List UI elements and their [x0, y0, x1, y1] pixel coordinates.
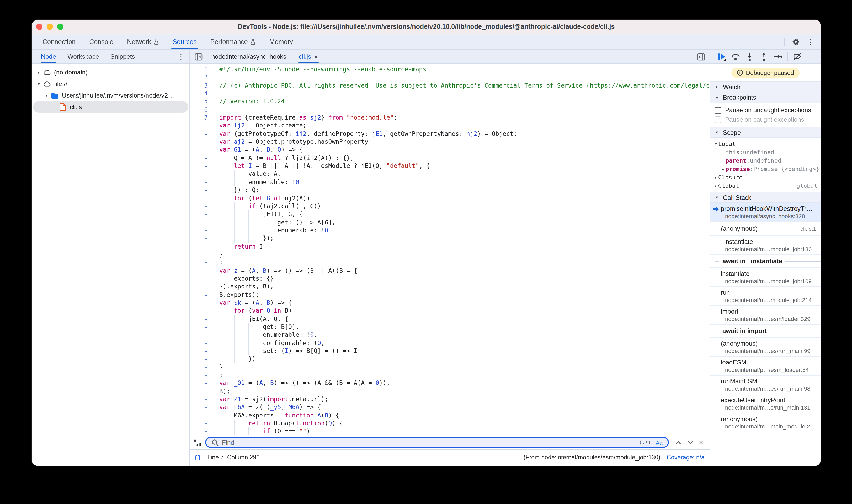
scope-section-header[interactable]: ▾ Scope: [710, 127, 820, 138]
match-case-toggle-icon[interactable]: Aa: [656, 439, 662, 446]
line-number[interactable]: -: [190, 275, 213, 283]
line-number[interactable]: -: [190, 146, 213, 154]
code-line[interactable]: - enumerable: !0,: [190, 331, 710, 339]
call-stack-frame[interactable]: (anonymous)node:internal/m…main_module:2: [710, 413, 820, 432]
line-number[interactable]: -: [190, 412, 213, 420]
watch-section-header[interactable]: ▸ Watch: [710, 81, 820, 92]
disclosure-triangle-icon[interactable]: ▾: [713, 141, 718, 146]
code-line[interactable]: -var Z1 = sj2(import.meta.url);: [190, 395, 710, 403]
line-number[interactable]: -: [190, 202, 213, 211]
zoom-window-button[interactable]: [57, 23, 64, 30]
code-line[interactable]: 7import {createRequire as sj2} from "nod…: [190, 114, 710, 122]
code-line[interactable]: - if (!aj2.call(I, G)): [190, 202, 710, 211]
line-number[interactable]: 6: [190, 106, 213, 114]
tree-item-users-jinhuilee-nvm-versions-node-v2-[interactable]: ▾Users/jinhuilee/.nvm/versions/node/v2…: [32, 90, 190, 101]
find-previous-icon[interactable]: [674, 439, 682, 446]
line-number[interactable]: -: [190, 186, 213, 194]
code-line[interactable]: -var $k = (A, B) => {: [190, 299, 710, 307]
line-number[interactable]: -: [190, 379, 213, 388]
scope-group-local[interactable]: ▾Local: [710, 140, 820, 148]
disclosure-triangle-icon[interactable]: ▸: [721, 166, 726, 171]
line-number[interactable]: 5: [190, 98, 213, 106]
navigator-more-icon[interactable]: ⋮: [177, 50, 190, 64]
code-line[interactable]: -var L6A = z( (_y5, M6A) => {: [190, 403, 710, 412]
code-line[interactable]: -var G1 = (A, B, Q) => {: [190, 146, 710, 154]
code-line[interactable]: - set: (I) => B[Q] = () => I: [190, 347, 710, 355]
line-number[interactable]: -: [190, 291, 213, 299]
call-stack-frame[interactable]: runnode:internal/m…module_job:214: [710, 287, 820, 306]
line-number[interactable]: -: [190, 307, 213, 315]
step-out-icon[interactable]: [759, 51, 769, 62]
code-line[interactable]: - return I: [190, 242, 710, 251]
line-number[interactable]: -: [190, 234, 213, 242]
line-number[interactable]: -: [190, 138, 213, 146]
tab-connection[interactable]: Connection: [36, 34, 83, 49]
find-mode-icon[interactable]: A ↳B: [194, 439, 203, 446]
hide-navigator-icon[interactable]: [193, 51, 204, 62]
code-line[interactable]: - Q = A != null ? lj2(ij2(A)) : {};: [190, 154, 710, 162]
line-number[interactable]: -: [190, 347, 213, 355]
line-number[interactable]: -: [190, 403, 213, 412]
code-line[interactable]: - get: B[Q],: [190, 323, 710, 331]
line-number[interactable]: -: [190, 283, 213, 291]
scope-group-closure[interactable]: ▸Closure: [710, 173, 820, 181]
editor-tab-cli-js[interactable]: cli.js×: [293, 50, 324, 64]
find-next-icon[interactable]: [687, 439, 694, 446]
call-stack-frame[interactable]: promiseInitHookWithDestroyTr…node:intern…: [710, 203, 820, 222]
code-line[interactable]: - for (var Q in B): [190, 307, 710, 315]
code-line[interactable]: -B.exports);: [190, 291, 710, 299]
code-line[interactable]: 3// (c) Anthropic PBC. All rights reserv…: [190, 82, 710, 90]
code-line[interactable]: -;: [190, 259, 710, 267]
line-number[interactable]: -: [190, 428, 213, 435]
code-line[interactable]: - }): [190, 355, 710, 363]
code-line[interactable]: - let I = B || !A || !A.__esModule ? jE1…: [190, 162, 710, 170]
tree-item-file-[interactable]: ▾file://: [32, 78, 190, 90]
line-number[interactable]: 1: [190, 66, 213, 74]
tab-sources[interactable]: Sources: [166, 34, 203, 49]
code-line[interactable]: 4: [190, 90, 710, 98]
code-line[interactable]: - enumerable: !0: [190, 227, 710, 235]
line-number[interactable]: -: [190, 122, 213, 130]
step-into-icon[interactable]: [744, 51, 755, 62]
pretty-print-icon[interactable]: {}: [194, 454, 201, 461]
tab-memory[interactable]: Memory: [263, 34, 300, 49]
call-stack-frame[interactable]: executeUserEntryPointnode:internal/m…s/r…: [710, 394, 820, 413]
code-line[interactable]: -var lj2 = Object.create;: [190, 122, 710, 130]
editor-tab-node-internal-async-hooks[interactable]: node:internal/async_hooks: [205, 50, 293, 64]
show-debugger-panel-icon[interactable]: [695, 51, 707, 62]
deactivate-breakpoints-icon[interactable]: [792, 51, 803, 62]
scope-variable-this[interactable]: this: undefined: [710, 148, 820, 156]
code-line[interactable]: - return B.map(function(Q) {: [190, 419, 710, 428]
code-line[interactable]: -var _01 = (A, B) => () => (A && (B = A(…: [190, 379, 710, 388]
coverage-link[interactable]: Coverage: n/a: [667, 454, 705, 461]
line-number[interactable]: -: [190, 170, 213, 178]
settings-gear-icon[interactable]: [790, 36, 802, 48]
line-number[interactable]: 2: [190, 74, 213, 82]
tab-console[interactable]: Console: [83, 34, 120, 49]
disclosure-triangle-icon[interactable]: ▸: [36, 70, 41, 75]
close-window-button[interactable]: [36, 23, 42, 30]
close-tab-icon[interactable]: ×: [314, 53, 318, 60]
from-module-link[interactable]: node:internal/modules/esm/module_job:130: [542, 454, 658, 461]
line-number[interactable]: -: [190, 419, 213, 428]
code-line[interactable]: -;: [190, 371, 710, 379]
line-number[interactable]: -: [190, 339, 213, 347]
line-number[interactable]: -: [190, 355, 213, 363]
line-number[interactable]: -: [190, 371, 213, 379]
line-number[interactable]: -: [190, 154, 213, 162]
code-line[interactable]: - enumerable: !0: [190, 178, 710, 186]
code-line[interactable]: 2: [190, 74, 710, 82]
code-line[interactable]: 1#!/usr/bin/env -S node --no-warnings --…: [190, 66, 710, 74]
more-options-icon[interactable]: ⋮: [805, 36, 816, 48]
code-line[interactable]: -}: [190, 363, 710, 371]
code-line[interactable]: - M6A.exports = function A(B) {: [190, 412, 710, 420]
line-number[interactable]: -: [190, 130, 213, 138]
code-line[interactable]: - }) : Q;: [190, 186, 710, 194]
code-line[interactable]: - configurable: !0,: [190, 339, 710, 347]
tab-performance[interactable]: Performance: [203, 34, 263, 49]
call-stack-frame[interactable]: importnode:internal/m…esm/loader:329: [710, 306, 820, 325]
code-line[interactable]: -}: [190, 251, 710, 259]
code-line[interactable]: -var aj2 = Object.prototype.hasOwnProper…: [190, 138, 710, 146]
tree-item--no-domain-[interactable]: ▸(no domain): [32, 67, 190, 78]
tab-network[interactable]: Network: [120, 34, 166, 49]
